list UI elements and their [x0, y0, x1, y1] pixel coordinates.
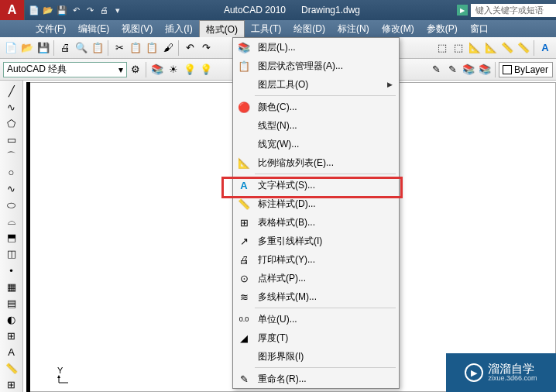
ellipse-icon[interactable]: ⬭: [3, 198, 20, 212]
print-icon[interactable]: 🖨: [98, 4, 110, 16]
leader-icon: ↗: [240, 236, 249, 247]
menu-modify[interactable]: 修改(M): [376, 20, 420, 37]
copy-icon[interactable]: 📋: [128, 40, 143, 56]
play-circle-icon: ▶: [465, 363, 483, 382]
menu-limits[interactable]: 图形界限(I): [233, 347, 399, 366]
menu-color[interactable]: 🔴 颜色(C)...: [233, 98, 399, 116]
units-icon: 0.0: [239, 315, 249, 323]
tool-icon[interactable]: ⬚: [434, 40, 450, 56]
open-icon[interactable]: 📂: [42, 4, 54, 16]
menu-layer[interactable]: 📚 图层(L)...: [233, 38, 399, 57]
arc-icon[interactable]: ⌒: [3, 149, 20, 163]
table-icon[interactable]: ⊞: [3, 328, 20, 343]
paste-icon[interactable]: 📋: [144, 40, 160, 56]
quick-access-toolbar: 📄 📂 💾 ↶ ↷ 🖨 ▾: [25, 4, 127, 16]
layers-icon[interactable]: 📚: [461, 62, 476, 77]
point-icon[interactable]: •: [3, 263, 20, 278]
color-combo[interactable]: ByLayer: [499, 62, 553, 77]
menu-units[interactable]: 0.0 单位(U)...: [233, 310, 399, 328]
menu-insert[interactable]: 插入(I): [159, 20, 198, 37]
polyline-icon[interactable]: ∿: [3, 100, 20, 115]
menu-text-style[interactable]: A 文字样式(S)...: [233, 176, 399, 194]
print-icon[interactable]: 🖨: [57, 40, 73, 56]
menu-parametric[interactable]: 参数(P): [420, 20, 464, 37]
undo-icon[interactable]: ↶: [70, 4, 82, 16]
workspace-combo[interactable]: AutoCAD 经典 ▾: [3, 62, 127, 77]
menu-point-style[interactable]: ⊙ 点样式(P)...: [233, 269, 399, 287]
grid-icon[interactable]: ⊞: [3, 377, 20, 392]
spline-icon[interactable]: ∿: [3, 181, 20, 196]
new-icon[interactable]: 📄: [3, 40, 19, 56]
tool-icon[interactable]: 📐: [467, 40, 482, 56]
menu-rename[interactable]: ✎ 重命名(R)...: [233, 370, 399, 388]
bulb-icon[interactable]: 💡: [198, 62, 214, 77]
chevron-down-icon[interactable]: ▾: [112, 4, 124, 16]
menu-leader-style[interactable]: ↗ 多重引线样式(I): [233, 232, 399, 250]
menu-dimension[interactable]: 标注(N): [331, 20, 376, 37]
workspace-label: AutoCAD 经典: [7, 63, 67, 76]
hatch-icon[interactable]: ▦: [3, 280, 20, 294]
ruler-icon[interactable]: 📏: [3, 361, 20, 376]
point-icon: ⊙: [240, 273, 249, 284]
ellipse-arc-icon[interactable]: ⌓: [3, 214, 20, 229]
menu-layer-tools[interactable]: 图层工具(O) ▶: [233, 75, 399, 94]
tool-icon[interactable]: 📏: [516, 40, 531, 56]
layers-icon[interactable]: 📚: [477, 62, 493, 77]
line-icon[interactable]: ╱: [3, 84, 20, 98]
watermark: ▶ 溜溜自学 zixue.3d66.com: [446, 353, 556, 392]
cut-icon[interactable]: ✂: [112, 40, 127, 56]
publish-icon[interactable]: 📋: [90, 40, 105, 56]
open-icon[interactable]: 📂: [19, 40, 35, 56]
menu-dim-style[interactable]: 📏 标注样式(D)...: [233, 194, 399, 213]
play-icon[interactable]: ▶: [457, 5, 468, 15]
document-name: Drawing1.dwg: [301, 5, 360, 15]
menu-edit[interactable]: 编辑(E): [72, 20, 115, 37]
tool-icon[interactable]: 📏: [499, 40, 515, 56]
new-icon[interactable]: 📄: [28, 4, 40, 16]
menu-draw[interactable]: 绘图(D): [287, 20, 331, 37]
region-icon[interactable]: ◐: [3, 312, 20, 327]
print-icon: 🖨: [239, 254, 249, 266]
menu-plot-style[interactable]: 🖨 打印样式(Y)...: [233, 250, 399, 269]
text-icon[interactable]: A: [3, 345, 20, 359]
save-icon[interactable]: 💾: [36, 40, 51, 56]
app-logo[interactable]: A: [0, 0, 25, 20]
search-input[interactable]: 键入关键字或短语: [471, 4, 556, 17]
menu-tools[interactable]: 工具(T): [245, 20, 287, 37]
tool-icon[interactable]: ⬚: [451, 40, 466, 56]
undo-icon[interactable]: ↶: [182, 40, 197, 56]
format-dropdown: 📚 图层(L)... 📋 图层状态管理器(A)... 图层工具(O) ▶ 🔴 颜…: [232, 37, 400, 389]
insert-icon[interactable]: ⬒: [3, 230, 20, 245]
gear-icon[interactable]: ⚙: [128, 62, 143, 77]
polygon-icon[interactable]: ⬠: [3, 116, 20, 131]
sun-icon[interactable]: ☀: [166, 62, 181, 77]
layer-icon[interactable]: 📚: [149, 62, 165, 77]
menu-view[interactable]: 视图(V): [115, 20, 159, 37]
menu-lineweight[interactable]: 线宽(W)...: [233, 135, 399, 153]
rectangle-icon[interactable]: ▭: [3, 132, 20, 147]
menu-linetype[interactable]: 线型(N)...: [233, 116, 399, 135]
bulb-icon[interactable]: 💡: [182, 62, 197, 77]
match-icon[interactable]: 🖌: [160, 40, 176, 56]
tool-icon[interactable]: 📐: [483, 40, 499, 56]
menu-file[interactable]: 文件(F): [29, 20, 72, 37]
redo-icon[interactable]: ↷: [84, 4, 96, 16]
menu-table-style[interactable]: ⊞ 表格样式(B)...: [233, 213, 399, 232]
redo-icon[interactable]: ↷: [198, 40, 214, 56]
tool-icon[interactable]: ✎: [444, 62, 460, 77]
save-icon[interactable]: 💾: [56, 4, 68, 16]
menu-window[interactable]: 窗口: [464, 20, 495, 37]
menu-format[interactable]: 格式(O): [199, 20, 245, 37]
gradient-icon[interactable]: ▤: [3, 296, 20, 311]
menu-scale-list[interactable]: 📐 比例缩放列表(E)...: [233, 153, 399, 172]
circle-icon[interactable]: ○: [3, 165, 20, 180]
menu-mline-style[interactable]: ≋ 多线样式(M)...: [233, 287, 399, 306]
tool-icon[interactable]: ✎: [428, 62, 444, 77]
preview-icon[interactable]: 🔍: [74, 40, 89, 56]
block-icon[interactable]: ◫: [3, 246, 20, 261]
menu-layer-state[interactable]: 📋 图层状态管理器(A)...: [233, 57, 399, 75]
text-style-icon[interactable]: A: [537, 40, 553, 56]
rename-icon: ✎: [240, 373, 249, 385]
color-icon: 🔴: [238, 101, 250, 113]
menu-thickness[interactable]: ◢ 厚度(T): [233, 328, 399, 347]
